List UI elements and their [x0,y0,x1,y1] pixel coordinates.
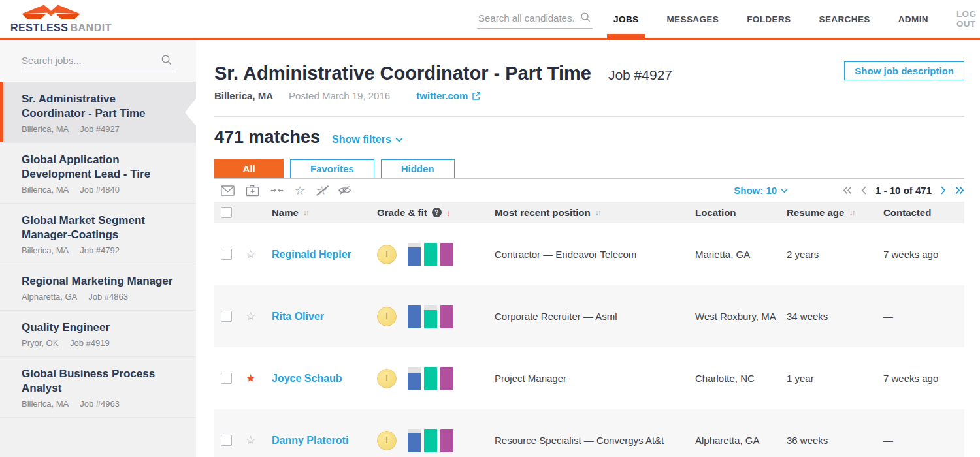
nav-item[interactable]: JOBS [613,0,638,38]
favorite-star-icon[interactable]: ☆ [246,434,255,447]
row-checkbox[interactable] [221,249,232,260]
job-meta: Billerica, MA Job #4792 [22,245,179,255]
tab[interactable]: Favorites [290,159,374,178]
job-title: Regional Marketing Manager [22,274,179,289]
candidate-name-link[interactable]: Rita Oliver [272,311,324,322]
column-header-position[interactable]: Most recent position ↓↑ [487,207,687,218]
email-icon[interactable] [221,185,235,196]
pagination: 1 - 10 of 471 [843,185,964,196]
sidebar-job-item[interactable]: Global Market Segment Manager-Coatings B… [0,204,196,264]
job-location: Billerica, MA [22,124,69,134]
job-source-link[interactable]: twitter.com [416,90,481,101]
job-meta: Alpharetta, GA Job #4863 [22,292,179,302]
job-posted-date: Posted March 19, 2016 [289,90,390,101]
table-toolbar: ☆ ☆ Show: 10 1 - 10 o [214,179,964,202]
favorite-icon[interactable]: ☆ [295,185,305,197]
favorite-star-icon[interactable]: ★ [246,372,255,385]
candidate-name-link[interactable]: Reginald Hepler [272,249,351,260]
job-id: Job #4863 [88,292,128,302]
job-title: Global Business Process Analyst [22,367,179,396]
nav-item[interactable]: ADMIN [898,0,928,38]
job-meta: Pryor, OK Job #4919 [22,338,179,348]
merge-candidates-icon[interactable] [270,186,284,195]
job-meta: Billerica, MA Job #4963 [22,399,179,409]
last-page-icon[interactable] [955,186,964,195]
nav-item[interactable]: LOG OUT [956,0,980,38]
show-job-description-button[interactable]: Show job description [844,61,964,80]
column-label: Location [695,207,736,218]
page-title: Sr. Administrative Coordinator - Part Ti… [214,61,591,85]
show-per-page-label: Show: 10 [734,185,777,196]
job-header: Sr. Administrative Coordinator - Part Ti… [214,61,964,101]
column-header-resume-age[interactable]: Resume age ↓↑ [779,207,875,218]
sidebar-job-item[interactable]: Global Business Process Analyst Billeric… [0,357,196,418]
grade-coin-icon: I [377,307,397,326]
fit-bar [408,305,421,328]
show-per-page[interactable]: Show: 10 [734,185,788,196]
column-header-grade-fit[interactable]: Grade & fit ? ↓ [369,207,487,218]
job-location: Billerica, MA [22,245,69,255]
brand-name: RESTLESSBANDIT [10,22,196,34]
column-header-name[interactable]: Name ↓↑ [264,207,369,218]
match-tabs: All Favorites Hidden [214,159,964,179]
bandit-mask-icon [21,4,81,21]
search-candidates-input[interactable] [477,10,593,29]
nav-item[interactable]: FOLDERS [747,0,791,38]
next-page-icon[interactable] [940,186,946,195]
column-label: Contacted [883,207,931,218]
favorite-star-icon[interactable]: ☆ [246,248,255,260]
candidate-row: ☆ Reginald Hepler I Contractor — Endeavo… [214,223,964,285]
fit-bars [408,243,453,266]
job-id: Job #4963 [80,399,120,409]
contacted-value: — [875,435,964,446]
hide-icon[interactable] [338,185,351,195]
help-icon[interactable]: ? [432,208,442,217]
sidebar-job-item[interactable]: Sr. Administrative Coordinator - Part Ti… [0,82,196,143]
candidate-location: West Roxbury, MA [687,311,779,322]
contacted-value: — [875,311,964,322]
fit-bar [424,367,437,390]
nav-item[interactable]: MESSAGES [666,0,719,38]
most-recent-position: Project Manager [487,373,687,384]
job-location: Billerica, MA [214,90,273,101]
tab[interactable]: Hidden [381,159,455,178]
resume-age: 1 year [779,373,875,384]
column-label: Grade & fit [377,207,427,218]
search-icon[interactable] [160,54,172,66]
first-page-icon[interactable] [843,186,853,195]
brand-logo[interactable]: RESTLESSBANDIT [0,4,196,34]
search-jobs-input[interactable] [22,52,174,72]
row-checkbox[interactable] [221,373,232,384]
sidebar-job-item[interactable]: Quality Engineer Pryor, OK Job #4919 [0,311,196,357]
chevron-down-icon [395,137,403,142]
sidebar-job-item[interactable]: Regional Marketing Manager Alpharetta, G… [0,264,196,311]
sidebar-job-item[interactable]: Global Application Development Lead - Ti… [0,143,196,204]
job-id: Job #4919 [70,338,110,348]
tab[interactable]: All [214,159,284,178]
nav-item[interactable]: SEARCHES [819,0,870,38]
fit-bar [440,429,453,452]
prev-page-icon[interactable] [861,186,867,195]
show-filters-link[interactable]: Show filters [332,134,403,146]
chevron-down-icon [781,188,788,193]
fit-bars [408,367,453,390]
job-title: Quality Engineer [22,321,179,335]
select-all-checkbox[interactable] [221,207,232,218]
candidate-name-link[interactable]: Danny Plateroti [272,435,348,446]
unfavorite-icon[interactable]: ☆ [316,185,327,197]
search-icon[interactable] [580,11,591,23]
contacted-value: 7 weeks ago [875,249,964,260]
row-checkbox[interactable] [221,311,232,322]
add-to-folder-icon[interactable] [246,185,259,197]
show-filters-label: Show filters [332,134,391,146]
favorite-star-icon[interactable]: ☆ [246,310,255,323]
job-location: Billerica, MA [22,399,69,409]
job-title: Sr. Administrative Coordinator - Part Ti… [22,92,179,121]
candidate-name-link[interactable]: Joyce Schaub [272,373,342,384]
matches-count: 471 matches [214,127,320,148]
row-checkbox[interactable] [221,435,232,446]
grade-coin-icon: I [377,431,397,450]
job-number: Job #4927 [608,67,672,83]
brand-name-secondary: BANDIT [70,22,111,33]
pagination-range: 1 - 10 of 471 [875,185,932,196]
